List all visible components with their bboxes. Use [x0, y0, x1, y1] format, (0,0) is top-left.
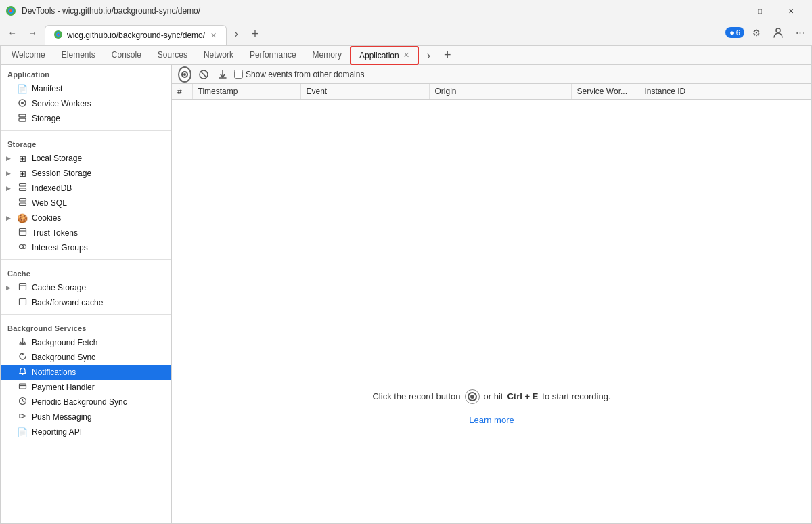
- titlebar: DevTools - wicg.github.io/background-syn…: [0, 0, 812, 22]
- show-events-text: Show events from other domains: [246, 70, 364, 79]
- sidebar-item-session-storage[interactable]: ▶ ⊞ Session Storage: [1, 166, 171, 181]
- devtools-tabbar: Welcome Elements Console Sources Network…: [1, 46, 811, 65]
- svg-rect-14: [19, 203, 26, 206]
- tab-sources[interactable]: Sources: [150, 46, 196, 65]
- more-menu-button[interactable]: ⋯: [790, 23, 809, 42]
- svg-rect-12: [19, 188, 26, 191]
- indexeddb-icon: [17, 183, 28, 194]
- sidebar-item-background-sync[interactable]: Background Sync: [1, 350, 171, 365]
- svg-rect-10: [19, 118, 26, 121]
- section-label-background-services: Background Services: [1, 319, 171, 335]
- devtools-panel: Welcome Elements Console Sources Network…: [0, 45, 812, 524]
- sidebar-item-label: Payment Handler: [32, 383, 95, 392]
- sidebar-item-cache-storage[interactable]: ▶ Cache Storage: [1, 280, 171, 295]
- more-tabs-button[interactable]: ›: [227, 26, 246, 45]
- sidebar-item-notifications[interactable]: Notifications: [1, 365, 171, 380]
- customize-devtools-button[interactable]: +: [438, 46, 457, 65]
- sidebar-item-trust-tokens[interactable]: Trust Tokens: [1, 225, 171, 240]
- sidebar-item-label: Reporting API: [32, 427, 82, 437]
- background-sync-icon: [17, 352, 28, 363]
- expand-arrow: ▶: [6, 284, 13, 291]
- tab-application[interactable]: Application ✕: [350, 46, 419, 65]
- sidebar-item-indexeddb[interactable]: ▶ IndexedDB: [1, 181, 171, 196]
- tab-counter[interactable]: ● 6: [725, 27, 744, 38]
- settings-button[interactable]: ⚙: [747, 23, 766, 42]
- tab-title: wicg.github.io/background-sync/demo/: [67, 30, 205, 40]
- col-timestamp: Timestamp: [192, 84, 300, 100]
- tab-console[interactable]: Console: [104, 46, 150, 65]
- close-button[interactable]: ✕: [775, 0, 807, 22]
- tab-performance[interactable]: Performance: [242, 46, 304, 65]
- expand-arrow: ▶: [6, 155, 13, 162]
- reporting-api-icon: 📄: [17, 427, 28, 437]
- sidebar-item-manifest[interactable]: 📄 Manifest: [1, 81, 171, 96]
- sidebar-item-background-fetch[interactable]: Background Fetch: [1, 335, 171, 350]
- forward-button[interactable]: →: [23, 23, 42, 42]
- sidebar-item-storage-main[interactable]: Storage: [1, 111, 171, 126]
- clear-button[interactable]: [196, 67, 211, 82]
- tab-memory[interactable]: Memory: [304, 46, 350, 65]
- sidebar-item-back-forward-cache[interactable]: Back/forward cache: [1, 295, 171, 310]
- record-inner: [181, 71, 188, 78]
- browser-tab[interactable]: wicg.github.io/background-sync/demo/ ✕: [45, 25, 227, 45]
- back-button[interactable]: ←: [3, 23, 22, 42]
- show-events-label[interactable]: Show events from other domains: [234, 70, 364, 79]
- tab-welcome[interactable]: Welcome: [3, 46, 53, 65]
- new-tab-button[interactable]: +: [246, 26, 265, 45]
- trust-tokens-icon: [17, 227, 28, 238]
- svg-line-29: [202, 72, 206, 77]
- sidebar-item-cookies[interactable]: ▶ 🍪 Cookies: [1, 211, 171, 225]
- tab-application-close[interactable]: ✕: [403, 51, 409, 60]
- sidebar-item-local-storage[interactable]: ▶ ⊞ Local Storage: [1, 151, 171, 166]
- tab-favicon: [53, 30, 63, 41]
- minimize-button[interactable]: —: [713, 0, 744, 22]
- shortcut-text: Ctrl + E: [507, 391, 538, 401]
- record-btn-inline-inner: [468, 392, 477, 401]
- notifications-icon: [17, 367, 28, 378]
- back-forward-cache-icon: [17, 297, 28, 308]
- sidebar-item-periodic-background-sync[interactable]: Periodic Background Sync: [1, 395, 171, 410]
- sidebar-item-label: Web SQL: [32, 198, 67, 208]
- learn-more-link[interactable]: Learn more: [469, 415, 514, 425]
- sidebar-item-service-workers[interactable]: Service Workers: [1, 96, 171, 111]
- record-circle: [178, 66, 191, 83]
- sidebar-item-interest-groups[interactable]: Interest Groups: [1, 240, 171, 255]
- svg-rect-11: [19, 184, 26, 187]
- sidebar: Application 📄 Manifest Service Workers: [1, 65, 172, 523]
- profile-button[interactable]: [769, 23, 788, 42]
- sidebar-item-label: Storage: [32, 114, 60, 123]
- sidebar-item-reporting-api[interactable]: 📄 Reporting API: [1, 424, 171, 439]
- sidebar-item-label: Background Fetch: [32, 338, 97, 347]
- window-controls: — □ ✕: [713, 0, 807, 22]
- svg-rect-25: [19, 384, 26, 389]
- sidebar-item-label: Push Messaging: [32, 412, 92, 422]
- section-label-cache: Cache: [1, 264, 171, 280]
- svg-rect-21: [19, 299, 26, 305]
- col-hash: #: [172, 84, 192, 100]
- periodic-sync-icon: [17, 397, 28, 408]
- record-button-inline[interactable]: [465, 389, 480, 404]
- background-fetch-icon: [17, 337, 28, 348]
- app-icon: [5, 5, 16, 16]
- svg-rect-13: [19, 199, 26, 202]
- tab-close-button[interactable]: ✕: [209, 31, 218, 40]
- tab-navigation: ← →: [3, 23, 42, 45]
- show-events-checkbox[interactable]: [234, 70, 243, 79]
- devtools-body: Application 📄 Manifest Service Workers: [1, 65, 811, 523]
- col-origin: Origin: [429, 84, 571, 100]
- sidebar-item-label: Notifications: [32, 368, 76, 377]
- more-devtools-tabs-button[interactable]: ›: [419, 46, 438, 65]
- cookies-icon: 🍪: [17, 213, 28, 223]
- service-workers-icon: [17, 98, 28, 110]
- sidebar-item-label: Cache Storage: [32, 283, 86, 292]
- sidebar-item-web-sql[interactable]: ▶ Web SQL: [1, 196, 171, 211]
- sidebar-item-payment-handler[interactable]: Payment Handler: [1, 380, 171, 395]
- save-button[interactable]: [215, 67, 230, 82]
- browser-tabbar: ← → wicg.github.io/background-sync/demo/…: [0, 22, 812, 45]
- sidebar-item-push-messaging[interactable]: Push Messaging: [1, 410, 171, 424]
- maximize-button[interactable]: □: [744, 0, 775, 22]
- tab-elements[interactable]: Elements: [53, 46, 104, 65]
- record-button[interactable]: [177, 67, 192, 82]
- or-hit-text: or hit: [484, 391, 503, 401]
- tab-network[interactable]: Network: [196, 46, 242, 65]
